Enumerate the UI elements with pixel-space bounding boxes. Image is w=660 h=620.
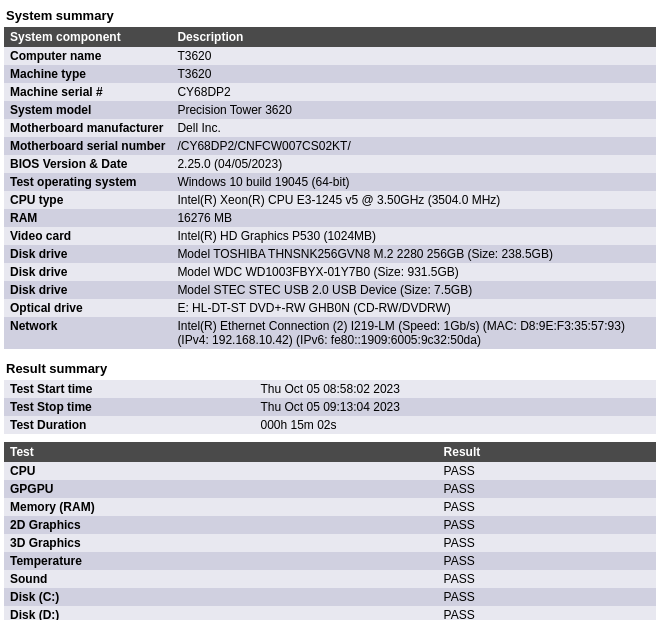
test-name: 3D Graphics [4,534,438,552]
component-value: 2.25.0 (04/05/2023) [171,155,656,173]
component-label: Network [4,317,171,349]
component-label: Disk drive [4,281,171,299]
test-result: PASS [438,606,656,620]
table-row: Motherboard manufacturerDell Inc. [4,119,656,137]
component-value: Intel(R) HD Graphics P530 (1024MB) [171,227,656,245]
test-name: CPU [4,462,438,480]
table-row: BIOS Version & Date2.25.0 (04/05/2023) [4,155,656,173]
component-value: Windows 10 build 19045 (64-bit) [171,173,656,191]
table-row: Memory (RAM)PASS [4,498,656,516]
component-label: System model [4,101,171,119]
table-row: Computer nameT3620 [4,47,656,65]
table-row: Test operating systemWindows 10 build 19… [4,173,656,191]
system-summary-title: System summary [4,4,656,27]
component-label: Optical drive [4,299,171,317]
table-row: CPU typeIntel(R) Xeon(R) CPU E3-1245 v5 … [4,191,656,209]
test-result: PASS [438,462,656,480]
component-value: T3620 [171,47,656,65]
component-value: CY68DP2 [171,83,656,101]
result-tests-table: Test Result CPUPASSGPGPUPASSMemory (RAM)… [4,442,656,620]
test-result: PASS [438,552,656,570]
time-label: Test Duration [4,416,254,434]
table-row: Disk driveModel STEC STEC USB 2.0 USB De… [4,281,656,299]
system-summary-table: System component Description Computer na… [4,27,656,349]
component-label: Video card [4,227,171,245]
test-name: 2D Graphics [4,516,438,534]
component-value: Intel(R) Ethernet Connection (2) I219-LM… [171,317,656,349]
table-row: Optical driveE: HL-DT-ST DVD+-RW GHB0N (… [4,299,656,317]
test-result: PASS [438,480,656,498]
component-label: Disk drive [4,245,171,263]
table-row: System modelPrecision Tower 3620 [4,101,656,119]
system-col-header: System component [4,27,171,47]
table-row: Disk (D:)PASS [4,606,656,620]
component-label: CPU type [4,191,171,209]
time-label: Test Stop time [4,398,254,416]
component-label: Motherboard manufacturer [4,119,171,137]
result-summary-title: Result summary [4,357,656,380]
component-value: Model STEC STEC USB 2.0 USB Device (Size… [171,281,656,299]
test-name: Memory (RAM) [4,498,438,516]
component-label: RAM [4,209,171,227]
system-summary-section: System summary System component Descript… [4,4,656,349]
component-value: Dell Inc. [171,119,656,137]
test-result: PASS [438,498,656,516]
component-value: Intel(R) Xeon(R) CPU E3-1245 v5 @ 3.50GH… [171,191,656,209]
time-value: Thu Oct 05 09:13:04 2023 [254,398,656,416]
table-row: 2D GraphicsPASS [4,516,656,534]
component-label: Test operating system [4,173,171,191]
table-row: Video cardIntel(R) HD Graphics P530 (102… [4,227,656,245]
table-row: SoundPASS [4,570,656,588]
table-row: Test Stop timeThu Oct 05 09:13:04 2023 [4,398,656,416]
table-row: CPUPASS [4,462,656,480]
component-label: Machine type [4,65,171,83]
test-name: Temperature [4,552,438,570]
table-row: 3D GraphicsPASS [4,534,656,552]
result-time-table: Test Start timeThu Oct 05 08:58:02 2023T… [4,380,656,434]
component-label: Motherboard serial number [4,137,171,155]
table-row: Machine serial #CY68DP2 [4,83,656,101]
table-row: Motherboard serial number/CY68DP2/CNFCW0… [4,137,656,155]
test-col-header: Test [4,442,438,462]
table-row: Disk driveModel WDC WD1003FBYX-01Y7B0 (S… [4,263,656,281]
component-value: Precision Tower 3620 [171,101,656,119]
table-row: RAM16276 MB [4,209,656,227]
component-value: T3620 [171,65,656,83]
table-row: NetworkIntel(R) Ethernet Connection (2) … [4,317,656,349]
test-name: Disk (C:) [4,588,438,606]
description-col-header: Description [171,27,656,47]
time-label: Test Start time [4,380,254,398]
test-result: PASS [438,516,656,534]
test-result: PASS [438,534,656,552]
test-result: PASS [438,588,656,606]
result-summary-section: Result summary Test Start timeThu Oct 05… [4,357,656,620]
time-value: Thu Oct 05 08:58:02 2023 [254,380,656,398]
test-result: PASS [438,570,656,588]
test-name: Disk (D:) [4,606,438,620]
component-label: Machine serial # [4,83,171,101]
table-row: GPGPUPASS [4,480,656,498]
table-row: Test Duration000h 15m 02s [4,416,656,434]
component-value: Model WDC WD1003FBYX-01Y7B0 (Size: 931.5… [171,263,656,281]
test-name: Sound [4,570,438,588]
time-value: 000h 15m 02s [254,416,656,434]
component-value: 16276 MB [171,209,656,227]
component-label: BIOS Version & Date [4,155,171,173]
table-row: TemperaturePASS [4,552,656,570]
component-value: Model TOSHIBA THNSNK256GVN8 M.2 2280 256… [171,245,656,263]
table-row: Disk driveModel TOSHIBA THNSNK256GVN8 M.… [4,245,656,263]
table-row: Disk (C:)PASS [4,588,656,606]
component-label: Disk drive [4,263,171,281]
result-col-header: Result [438,442,656,462]
component-value: E: HL-DT-ST DVD+-RW GHB0N (CD-RW/DVDRW) [171,299,656,317]
test-name: GPGPU [4,480,438,498]
table-row: Machine typeT3620 [4,65,656,83]
component-value: /CY68DP2/CNFCW007CS02KT/ [171,137,656,155]
component-label: Computer name [4,47,171,65]
table-row: Test Start timeThu Oct 05 08:58:02 2023 [4,380,656,398]
